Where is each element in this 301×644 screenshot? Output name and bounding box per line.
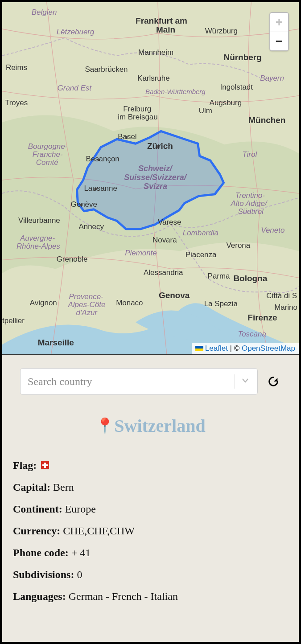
field-subdivisions: Subdivisions: 0: [13, 569, 288, 581]
label-nurnberg: Nürnberg: [224, 53, 262, 62]
label-tpellier: tpellier: [2, 316, 25, 325]
label-munchen: München: [248, 115, 285, 125]
label-laspezia: La Spezia: [204, 299, 238, 308]
country-title: 📍Switzerland: [12, 415, 289, 436]
label-piacenza: Piacenza: [186, 250, 217, 259]
refresh-icon: [267, 375, 280, 388]
label-augsburg: Augsburg: [210, 98, 242, 107]
label-firenze: Firenze: [247, 313, 277, 322]
zoom-control: + −: [269, 12, 289, 51]
label-zurich: Zürich: [147, 141, 173, 151]
label-geneve: Genève: [71, 200, 97, 209]
label-saarbrucken: Saarbrücken: [85, 65, 128, 74]
label-varese: Varese: [158, 218, 181, 226]
label-letzebuerg: Lëtzebuerg: [57, 28, 95, 36]
country-name: Switzerland: [114, 416, 205, 436]
label-marino: Marino: [274, 303, 297, 312]
pin-icon: 📍: [95, 418, 114, 434]
label-genova: Genova: [159, 291, 190, 300]
info-pane: Search country 📍Switzerland Flag: Capita…: [2, 355, 299, 642]
field-flag: Flag:: [13, 459, 288, 472]
label-bologna: Bologna: [233, 274, 267, 283]
label-karlsruhe: Karlsruhe: [137, 74, 170, 82]
label-annecy: Annecy: [78, 222, 104, 231]
map-attribution: Leaflet | © OpenStreetMap: [192, 343, 299, 354]
label-reims: Reims: [6, 63, 27, 72]
country-select[interactable]: Search country: [20, 368, 258, 395]
label-besancon: Besançon: [86, 155, 119, 163]
label-grenoble: Grenoble: [57, 255, 88, 263]
leaflet-link[interactable]: Leaflet: [205, 344, 228, 353]
label-piemonte: Piemonte: [125, 249, 157, 257]
label-toscana: Toscana: [238, 330, 266, 338]
map-canvas[interactable]: Belgien Lëtzebuerg Frankfurt amMain Würz…: [2, 2, 299, 354]
field-currency: Currency: CHE,CHF,CHW: [13, 525, 288, 537]
svg-text:Auvergne-Rhône-Alpes: Auvergne-Rhône-Alpes: [16, 234, 60, 250]
switzerland-flag-icon: [41, 461, 49, 469]
label-basel: Basel: [118, 132, 136, 141]
ukraine-flag-icon: [195, 346, 203, 351]
label-mannheim: Mannheim: [138, 48, 173, 57]
label-veneto: Veneto: [261, 226, 285, 234]
label-wurzburg: Würzburg: [205, 27, 238, 35]
field-languages: Languages: German - French - Italian: [13, 591, 288, 603]
field-continent: Continent: Europe: [13, 503, 288, 515]
country-select-placeholder: Search country: [28, 376, 229, 388]
field-capital: Capital: Bern: [13, 481, 288, 493]
label-verona: Verona: [226, 241, 250, 250]
label-lombardia: Lombardia: [183, 229, 219, 237]
label-belgien: Belgien: [32, 8, 57, 16]
label-grandest: Grand Est: [58, 84, 92, 92]
label-ingolstadt: Ingolstadt: [220, 83, 253, 91]
label-marseille: Marseille: [38, 338, 74, 347]
label-alessandria: Alessandria: [144, 268, 183, 277]
zoom-out-button[interactable]: −: [270, 32, 288, 50]
label-ulm: Ulm: [199, 107, 212, 115]
refresh-button[interactable]: [266, 374, 281, 389]
label-lausanne: Lausanne: [84, 184, 117, 193]
label-avignon: Avignon: [30, 299, 57, 307]
chevron-down-icon: [240, 376, 250, 387]
zoom-in-button[interactable]: +: [270, 13, 288, 32]
label-novara: Novara: [153, 236, 177, 244]
field-phone: Phone code: + 41: [13, 547, 288, 559]
osm-link[interactable]: OpenStreetMap: [242, 344, 295, 353]
label-bayern: Bayern: [260, 74, 284, 82]
map-pane[interactable]: Belgien Lëtzebuerg Frankfurt amMain Würz…: [2, 2, 299, 355]
label-villeurbanne: Villeurbanne: [18, 216, 60, 225]
label-tirol: Tirol: [242, 150, 257, 159]
label-monaco: Monaco: [116, 299, 143, 307]
label-parma: Parma: [208, 272, 230, 280]
label-badenw: Baden-Württemberg: [145, 88, 206, 95]
label-troyes: Troyes: [5, 98, 28, 107]
label-cittadis: Città di S: [266, 291, 297, 300]
